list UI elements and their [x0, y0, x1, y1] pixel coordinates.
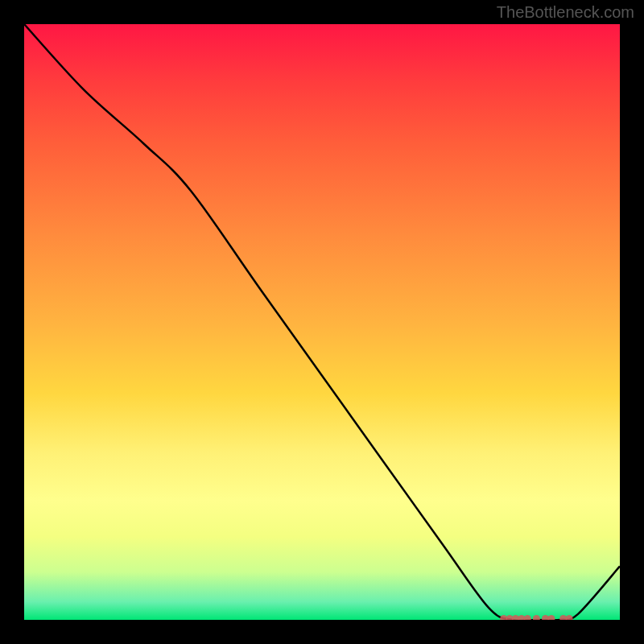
marker-dot	[566, 615, 573, 620]
marker-dot	[524, 615, 531, 620]
chart-container: TheBottleneck.com	[0, 0, 644, 644]
marker-dot	[533, 615, 540, 620]
optimal-range-markers	[500, 615, 572, 620]
marker-dot	[547, 615, 555, 620]
markers-svg	[24, 24, 620, 620]
watermark-text: TheBottleneck.com	[497, 3, 634, 22]
plot-area	[24, 24, 620, 620]
